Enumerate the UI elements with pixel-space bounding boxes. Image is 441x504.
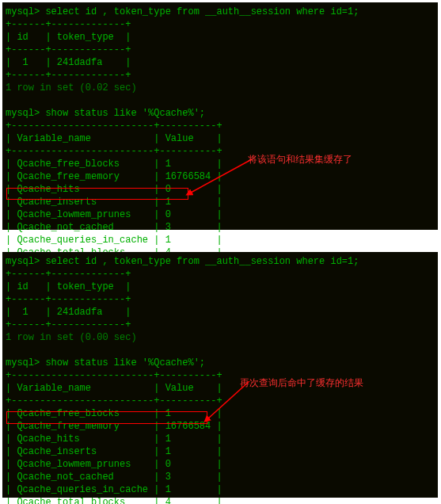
summary: 1 row in set (0.00 sec): [6, 331, 438, 344]
status-row: | Qcache_inserts | 1 |: [6, 445, 438, 458]
terminal-2: mysql> select id , token_type from __aut…: [2, 252, 438, 498]
data-row: | 1 | 241dadfa |: [6, 306, 438, 319]
status-row: | Qcache_free_memory | 16766584 |: [6, 170, 438, 183]
status-row: | Qcache_free_blocks | 1 |: [6, 407, 438, 420]
status-row: | Qcache_total_blocks | 4 |: [6, 496, 438, 504]
terminal-1: mysql> select id , token_type from __aut…: [2, 2, 438, 230]
status-row: | Qcache_free_blocks | 1 |: [6, 158, 438, 170]
blank: [6, 344, 438, 357]
table-border: +------+-------------+: [6, 268, 438, 281]
table-border: +-------------------------+----------+: [6, 395, 438, 407]
status-row: | Qcache_not_cached | 3 |: [6, 221, 438, 234]
table-border: +-------------------------+----------+: [6, 145, 438, 158]
status-row: | Qcache_lowmem_prunes | 0 |: [6, 458, 438, 471]
status-row: | Qcache_lowmem_prunes | 0 |: [6, 208, 438, 221]
mysql-prompt-query: mysql> select id , token_type from __aut…: [6, 6, 438, 18]
table-border: +------+-------------+: [6, 44, 438, 56]
status-row: | Qcache_not_cached | 3 |: [6, 471, 438, 483]
status-row: | Qcache_queries_in_cache | 1 |: [6, 483, 438, 496]
status-row-queries-in-cache: | Qcache_queries_in_cache | 1 |: [6, 234, 438, 246]
column-headers: | id | token_type |: [6, 281, 438, 293]
status-row: | Qcache_free_memory | 16766584 |: [6, 420, 438, 433]
status-row: | Qcache_hits | 0 |: [6, 183, 438, 196]
table-border: +------+-------------+: [6, 18, 438, 31]
column-headers: | Variable_name | Value |: [6, 132, 438, 145]
column-headers: | Variable_name | Value |: [6, 382, 438, 395]
table-border: +------+-------------+: [6, 319, 438, 331]
table-border: +-------------------------+----------+: [6, 369, 438, 382]
blank: [6, 94, 438, 107]
summary: 1 row in set (0.02 sec): [6, 82, 438, 94]
data-row: | 1 | 241dadfa |: [6, 56, 438, 69]
mysql-prompt-status: mysql> show status like '%Qcache%';: [6, 107, 438, 120]
mysql-prompt-query: mysql> select id , token_type from __aut…: [6, 255, 438, 268]
column-headers: | id | token_type |: [6, 31, 438, 44]
status-row-hits: | Qcache_hits | 1 |: [6, 433, 438, 445]
table-border: +-------------------------+----------+: [6, 120, 438, 132]
status-row: | Qcache_inserts | 1 |: [6, 196, 438, 208]
table-border: +------+-------------+: [6, 293, 438, 306]
mysql-prompt-status: mysql> show status like '%Qcache%';: [6, 357, 438, 369]
table-border: +------+-------------+: [6, 69, 438, 82]
